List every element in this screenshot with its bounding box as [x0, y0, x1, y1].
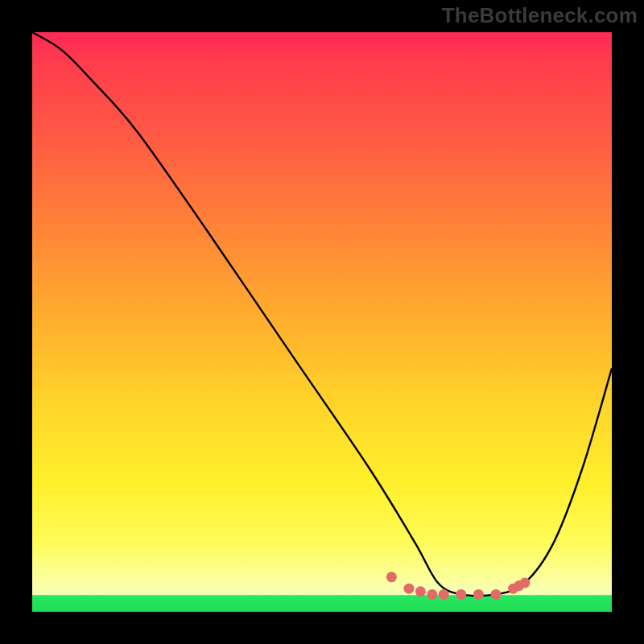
bottleneck-curve [32, 32, 612, 596]
marker-dot [427, 589, 437, 600]
marker-dot [491, 589, 502, 600]
curve-svg [32, 32, 612, 612]
marker-dot [386, 572, 397, 582]
chart-frame: TheBottleneck.com [0, 0, 644, 644]
marker-dot [439, 589, 449, 600]
plot-area [32, 32, 612, 612]
marker-dot [404, 584, 415, 594]
watermark-text: TheBottleneck.com [442, 3, 638, 28]
marker-dot [473, 589, 484, 600]
marker-dots [386, 572, 530, 600]
marker-dot [456, 589, 466, 600]
marker-dot [520, 578, 530, 588]
marker-dot [415, 586, 426, 597]
